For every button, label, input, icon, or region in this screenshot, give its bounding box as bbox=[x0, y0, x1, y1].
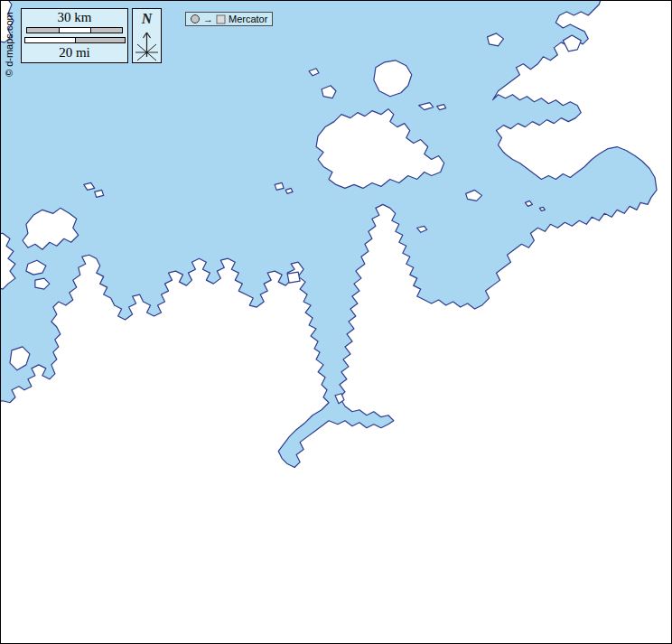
map-frame: 30 km 20 mi N → bbox=[0, 0, 672, 644]
island bbox=[275, 182, 284, 190]
copyright-text: © d-maps.com bbox=[4, 8, 14, 77]
island bbox=[287, 272, 300, 283]
square-icon bbox=[216, 14, 226, 24]
scale-bar-segment bbox=[59, 28, 90, 33]
north-label: N bbox=[133, 11, 161, 27]
projection-label: Mercator bbox=[229, 13, 267, 25]
scale-mi-bar bbox=[24, 37, 126, 43]
scale-bar-segment bbox=[75, 38, 125, 42]
scale-bar-segment bbox=[27, 28, 59, 33]
scale-km-label: 30 km bbox=[22, 11, 127, 24]
scale-km-bar bbox=[26, 27, 123, 33]
north-box: N bbox=[132, 8, 162, 63]
island bbox=[539, 207, 545, 210]
arrow-right-glyph: → bbox=[203, 13, 213, 25]
compass-star-icon bbox=[133, 27, 161, 61]
map-canvas bbox=[1, 1, 671, 643]
scale-bar-segment bbox=[90, 28, 122, 33]
scale-box: 30 km 20 mi bbox=[21, 8, 128, 63]
island bbox=[95, 190, 104, 197]
scale-bar-segment bbox=[25, 38, 75, 42]
projection-badge: → Mercator bbox=[185, 12, 273, 26]
circle-to-square-icon bbox=[190, 14, 201, 24]
scale-mi-label: 20 mi bbox=[22, 46, 127, 60]
